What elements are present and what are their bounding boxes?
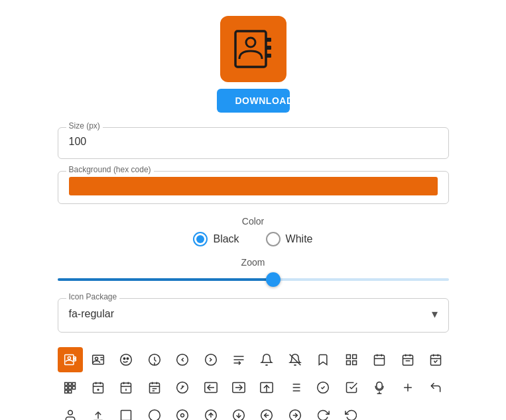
icon-cell[interactable] xyxy=(58,347,83,372)
icon-cell[interactable] xyxy=(113,403,139,420)
chevron-down-icon: ▾ xyxy=(432,307,438,321)
svg-rect-43 xyxy=(72,383,75,386)
icon-cell[interactable] xyxy=(254,403,279,420)
background-field-group: Background (hex code) xyxy=(58,171,449,204)
icon-cell[interactable] xyxy=(198,347,223,372)
radio-white-outer xyxy=(266,232,281,246)
svg-point-15 xyxy=(127,358,129,360)
radio-black-label: Black xyxy=(213,233,239,245)
controls-container: Size (px) Background (hex code) Color Bl… xyxy=(58,127,449,344)
icon-cell[interactable] xyxy=(58,375,83,400)
icon-cell[interactable] xyxy=(423,375,448,400)
svg-rect-47 xyxy=(64,390,67,393)
svg-rect-48 xyxy=(68,390,71,393)
radio-white[interactable]: White xyxy=(266,232,313,246)
svg-rect-55 xyxy=(121,383,131,393)
icon-cell[interactable] xyxy=(226,375,251,400)
icon-cell[interactable] xyxy=(395,347,420,372)
icon-cell[interactable] xyxy=(170,375,195,400)
icon-cell[interactable] xyxy=(113,375,139,400)
svg-rect-27 xyxy=(352,361,356,365)
svg-point-88 xyxy=(149,410,160,420)
icon-cell[interactable] xyxy=(113,347,139,372)
svg-point-8 xyxy=(68,356,70,359)
svg-rect-46 xyxy=(72,386,75,389)
icon-cell[interactable] xyxy=(86,347,111,372)
icon-cell[interactable] xyxy=(339,347,364,372)
icon-cell[interactable] xyxy=(86,403,111,420)
icon-cell[interactable] xyxy=(226,347,251,372)
radio-white-label: White xyxy=(286,233,313,245)
svg-point-90 xyxy=(177,410,188,420)
color-radio-group: Black White xyxy=(193,232,312,246)
icon-cell[interactable] xyxy=(142,347,167,372)
icon-cell[interactable] xyxy=(310,347,336,372)
svg-rect-25 xyxy=(352,355,356,359)
icon-cell[interactable] xyxy=(283,403,308,420)
svg-rect-0 xyxy=(235,31,266,67)
icon-cell[interactable] xyxy=(142,403,167,420)
svg-point-84 xyxy=(68,411,72,415)
svg-rect-60 xyxy=(149,383,159,393)
icon-cell[interactable] xyxy=(86,375,111,400)
zoom-thumb[interactable] xyxy=(266,272,281,287)
icon-cell[interactable] xyxy=(198,403,223,420)
radio-black[interactable]: Black xyxy=(193,232,239,246)
icon-cell[interactable] xyxy=(142,375,167,400)
icon-package-label: Icon Package xyxy=(66,292,120,301)
icon-cell[interactable] xyxy=(170,347,195,372)
app-icon xyxy=(220,16,286,82)
svg-rect-49 xyxy=(93,383,103,393)
zoom-slider-container[interactable] xyxy=(58,273,449,286)
svg-rect-42 xyxy=(68,383,71,386)
color-section: Color Black White xyxy=(58,216,449,246)
icon-package-select[interactable]: fa-regular ▾ xyxy=(69,304,438,324)
icon-cell[interactable] xyxy=(198,375,223,400)
background-field-label: Background (hex code) xyxy=(66,165,154,174)
svg-rect-7 xyxy=(74,359,76,361)
svg-rect-37 xyxy=(431,355,441,365)
app-icon-section: DOWNLOAD xyxy=(217,16,290,113)
icon-cell[interactable] xyxy=(254,375,279,400)
svg-rect-24 xyxy=(346,355,350,359)
icon-package-group: Icon Package fa-regular ▾ xyxy=(58,298,449,333)
zoom-label: Zoom xyxy=(241,257,265,268)
svg-rect-26 xyxy=(346,361,350,365)
icon-cell[interactable] xyxy=(339,375,364,400)
svg-rect-45 xyxy=(68,386,71,389)
svg-point-14 xyxy=(124,358,126,360)
size-field-label: Size (px) xyxy=(66,121,103,131)
icon-cell[interactable] xyxy=(423,347,448,372)
svg-rect-87 xyxy=(121,411,131,421)
icon-cell[interactable] xyxy=(310,403,336,420)
color-swatch[interactable] xyxy=(69,177,438,195)
svg-rect-32 xyxy=(403,355,412,365)
icon-cell[interactable] xyxy=(367,375,392,400)
download-button[interactable]: DOWNLOAD xyxy=(217,89,290,113)
svg-rect-1 xyxy=(266,38,271,42)
svg-rect-41 xyxy=(64,383,67,386)
svg-rect-44 xyxy=(64,386,67,389)
icon-cell[interactable] xyxy=(283,347,308,372)
svg-rect-3 xyxy=(266,54,271,58)
icon-cell[interactable] xyxy=(226,403,251,420)
svg-point-10 xyxy=(95,357,97,360)
svg-point-13 xyxy=(121,354,132,366)
icon-cell[interactable] xyxy=(339,403,364,420)
icons-grid xyxy=(58,347,449,420)
icon-cell[interactable] xyxy=(395,375,420,400)
color-section-label: Color xyxy=(242,216,264,227)
radio-black-outer xyxy=(193,232,208,246)
size-input[interactable] xyxy=(69,133,438,150)
zoom-fill xyxy=(58,278,273,281)
icon-cell[interactable] xyxy=(58,403,83,420)
svg-rect-6 xyxy=(74,357,76,359)
icon-cell[interactable] xyxy=(310,375,336,400)
icon-cell[interactable] xyxy=(170,403,195,420)
svg-rect-2 xyxy=(266,46,271,50)
zoom-section: Zoom xyxy=(58,257,449,286)
icon-cell[interactable] xyxy=(283,375,308,400)
icon-cell[interactable] xyxy=(367,347,392,372)
radio-black-inner xyxy=(196,235,204,243)
icon-cell[interactable] xyxy=(254,347,279,372)
